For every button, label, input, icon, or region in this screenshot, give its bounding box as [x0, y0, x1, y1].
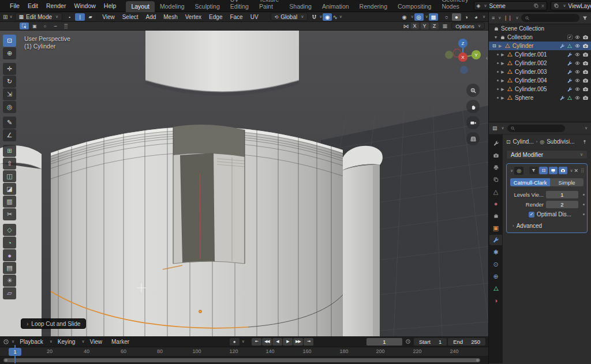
- tool-annotate[interactable]: ✎: [3, 117, 16, 129]
- tool-transform[interactable]: ◎: [3, 101, 16, 113]
- scene-selector[interactable]: ◈∨ Scene ×: [474, 1, 548, 10]
- tool-rotate[interactable]: ↻: [3, 76, 16, 88]
- eye-icon[interactable]: [574, 51, 581, 58]
- tool-move[interactable]: ✛: [3, 63, 16, 75]
- outliner-row-cylinder-002[interactable]: ▶ Cylinder.002: [489, 59, 591, 67]
- mode-selector[interactable]: ▦ Edit Mode ∨: [15, 13, 63, 21]
- vertex-select-mode-button[interactable]: •: [65, 13, 74, 21]
- menu-keying[interactable]: Keying: [54, 337, 80, 346]
- menu-add[interactable]: Add: [142, 13, 159, 21]
- tool-select-box[interactable]: ⊡: [3, 35, 16, 47]
- menu-tl-view[interactable]: View: [86, 337, 107, 346]
- tab-constraints[interactable]: ⊕: [489, 271, 502, 282]
- collapse-icon[interactable]: ▼: [493, 35, 498, 39]
- outliner-row-collection[interactable]: ▼ Collection ✓: [489, 33, 591, 42]
- eye-icon[interactable]: [574, 77, 581, 84]
- tab-modifiers[interactable]: [489, 235, 502, 245]
- viewport-canvas[interactable]: User Perspective (1) Cylinder ⊡ ⊕ ✛ ↻ ⇲ …: [0, 31, 488, 336]
- gizmo-axis-neg-z[interactable]: [460, 66, 468, 74]
- menu-mesh[interactable]: Mesh: [160, 13, 181, 21]
- tab-tool[interactable]: [489, 138, 502, 148]
- menu-edge[interactable]: Edge: [205, 13, 226, 21]
- tab-particles[interactable]: ✱: [489, 247, 502, 257]
- proportional-editing-toggle[interactable]: ◉: [323, 13, 332, 21]
- shading-solid-button[interactable]: ●: [452, 13, 461, 21]
- outliner-editor-icon[interactable]: ≡: [492, 15, 495, 21]
- current-frame-field[interactable]: 1: [366, 338, 402, 346]
- tool-add-cube[interactable]: ⊞: [3, 145, 16, 157]
- tab-geometry-nodes[interactable]: Geometry Nodes: [436, 0, 473, 12]
- modifier-wrench-icon[interactable]: [567, 61, 573, 66]
- timeline-scrollbar[interactable]: [0, 357, 488, 363]
- options-dropdown[interactable]: Options ∨: [451, 22, 485, 29]
- eye-icon[interactable]: [574, 95, 581, 101]
- select-box-button[interactable]: ▣: [30, 22, 39, 29]
- show-in-edit-mode-toggle[interactable]: ⊡: [539, 167, 548, 174]
- tool-extrude-region[interactable]: ⇧: [3, 157, 16, 170]
- tab-output[interactable]: [489, 162, 502, 172]
- catmull-clark-button[interactable]: Catmull-Clark: [510, 178, 550, 186]
- expand-icon[interactable]: ▶: [500, 78, 505, 83]
- outliner-row-sphere[interactable]: ▶ Sphere: [489, 93, 591, 102]
- previous-keyframe-button[interactable]: ◀◀: [262, 338, 272, 346]
- new-scene-icon[interactable]: [533, 3, 539, 9]
- render-levels-field[interactable]: 2: [546, 201, 578, 208]
- use-preview-range-icon[interactable]: [405, 339, 411, 344]
- gizmo-axis-neg-y[interactable]: [445, 51, 453, 59]
- play-button[interactable]: ▶: [283, 338, 293, 346]
- tab-render[interactable]: [489, 150, 502, 160]
- outliner-row-cylinder-003[interactable]: ▶ Cylinder.003: [489, 67, 591, 76]
- camera-icon[interactable]: [582, 43, 589, 49]
- shading-rendered-button[interactable]: ◕: [472, 13, 481, 21]
- tab-scene[interactable]: △: [489, 186, 502, 197]
- properties-editor-icon[interactable]: ▤: [492, 125, 498, 131]
- outliner-row-cylinder-001[interactable]: ▶ Cylinder.001: [489, 50, 591, 59]
- tab-collection[interactable]: [489, 211, 502, 221]
- show-on-cage-toggle[interactable]: [529, 167, 538, 174]
- jump-to-end-button[interactable]: ⇥: [304, 338, 313, 346]
- tab-sculpting[interactable]: Sculpting: [190, 1, 225, 12]
- camera-icon[interactable]: [582, 95, 589, 101]
- camera-icon[interactable]: [582, 60, 589, 66]
- expand-icon[interactable]: ▶: [500, 52, 505, 57]
- camera-icon[interactable]: [582, 51, 589, 58]
- camera-view-button[interactable]: [466, 116, 480, 129]
- camera-icon[interactable]: [582, 86, 589, 92]
- tool-spin[interactable]: ◔: [3, 237, 16, 249]
- tab-rendering[interactable]: Rendering: [354, 1, 392, 12]
- show-in-render-toggle[interactable]: [559, 167, 567, 174]
- tab-material[interactable]: ◑: [489, 295, 502, 306]
- expand-icon[interactable]: ▶: [498, 44, 503, 48]
- outliner-row-cylinder-004[interactable]: ▶ Cylinder.004: [489, 76, 591, 85]
- shading-material-button[interactable]: ◑: [462, 13, 471, 21]
- tool-bevel[interactable]: ◪: [3, 183, 16, 195]
- select-circle-button[interactable]: ○: [40, 22, 50, 29]
- snap-magnet-icon[interactable]: [311, 14, 317, 20]
- modifier-extras-dropdown[interactable]: ∨: [570, 168, 573, 173]
- eye-icon[interactable]: [574, 34, 581, 40]
- expand-icon[interactable]: ▶: [500, 87, 505, 92]
- tool-smooth[interactable]: ●: [3, 249, 16, 261]
- menu-view[interactable]: View: [99, 13, 118, 21]
- transform-orientation[interactable]: ⟲ Global ∨: [271, 13, 308, 21]
- outliner-display-mode-icon[interactable]: ❘❘: [503, 15, 512, 21]
- outliner-row-cylinder[interactable]: ⊡ ▶ Cylinder: [489, 42, 591, 50]
- operator-panel[interactable]: › Loop Cut and Slide: [21, 318, 86, 329]
- menu-marker[interactable]: Marker: [107, 337, 133, 346]
- delete-modifier-icon[interactable]: ✕: [574, 168, 579, 174]
- properties-search-input[interactable]: [507, 125, 565, 132]
- camera-icon[interactable]: [582, 34, 589, 40]
- show-realtime-toggle[interactable]: [549, 167, 558, 174]
- simple-button[interactable]: Simple: [550, 178, 583, 186]
- mesh-data-icon[interactable]: [567, 43, 573, 49]
- tab-animation[interactable]: Animation: [317, 1, 354, 12]
- next-keyframe-button[interactable]: ▶▶: [293, 338, 303, 346]
- navigation-gizmo[interactable]: Z Y X: [443, 35, 485, 77]
- modifier-wrench-icon[interactable]: [567, 52, 573, 58]
- animate-dot[interactable]: [583, 204, 585, 205]
- tab-object-data[interactable]: [489, 283, 502, 294]
- tab-uv-editing[interactable]: UV Editing: [225, 0, 254, 12]
- tool-measure[interactable]: ∠: [3, 129, 16, 141]
- scrollbar-thumb[interactable]: [3, 358, 480, 362]
- auto-key-button[interactable]: ●: [230, 338, 240, 346]
